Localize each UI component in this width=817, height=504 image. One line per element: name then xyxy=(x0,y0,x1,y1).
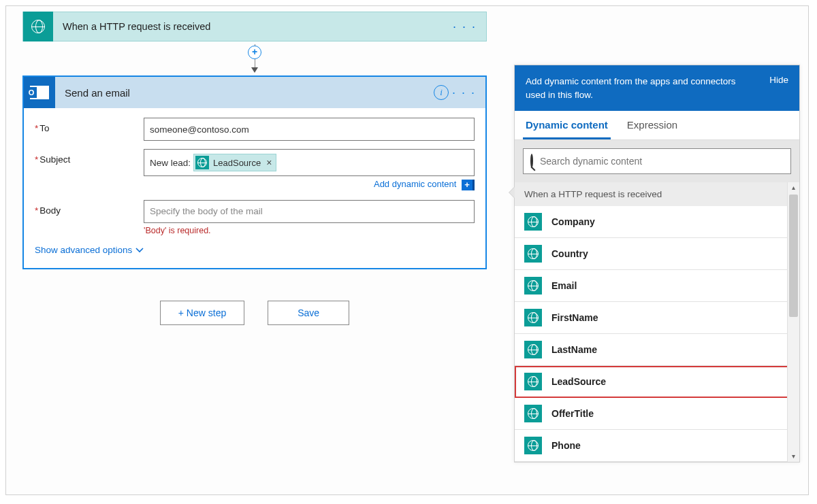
dynamic-item-firstname[interactable]: FirstName xyxy=(515,302,799,334)
globe-icon xyxy=(524,245,542,263)
search-icon xyxy=(530,155,533,167)
dynamic-item-label: FirstName xyxy=(551,312,598,323)
dynamic-tabs: Dynamic content Expression xyxy=(515,111,799,140)
dynamic-item-label: Company xyxy=(551,216,595,227)
globe-icon xyxy=(524,213,542,231)
dynamic-search-input[interactable] xyxy=(540,156,784,167)
action-title: Send an email xyxy=(55,87,130,99)
to-input[interactable]: someone@contoso.com xyxy=(144,118,475,141)
body-placeholder: Specify the body of the mail xyxy=(150,206,263,216)
scroll-down-icon[interactable]: ▾ xyxy=(788,451,799,462)
scroll-thumb[interactable] xyxy=(789,195,798,317)
panel-pointer xyxy=(509,186,515,199)
http-trigger-icon xyxy=(23,12,53,41)
action-header[interactable]: O Send an email i · · · xyxy=(24,77,485,108)
dynamic-token-leadsource[interactable]: LeadSource × xyxy=(193,154,276,171)
globe-icon xyxy=(524,405,542,422)
globe-icon xyxy=(524,309,542,326)
scrollbar[interactable]: ▴ ▾ xyxy=(787,182,799,462)
dynamic-item-label: LastName xyxy=(551,344,597,355)
to-label: To xyxy=(39,123,49,133)
chevron-down-icon xyxy=(135,245,144,254)
tab-expression[interactable]: Expression xyxy=(624,111,680,139)
dynamic-item-label: OfferTitle xyxy=(551,408,594,419)
token-globe-icon xyxy=(195,156,209,169)
action-card-send-email: O Send an email i · · · *To someone@cont… xyxy=(22,75,487,269)
body-input[interactable]: Specify the body of the mail xyxy=(144,200,475,223)
to-value: someone@contoso.com xyxy=(150,124,249,135)
globe-icon xyxy=(524,341,542,358)
dynamic-content-list: CompanyCountryEmailFirstNameLastNameLead… xyxy=(515,206,799,462)
dynamic-item-lastname[interactable]: LastName xyxy=(515,334,799,366)
dynamic-panel-header: Add dynamic content from the apps and co… xyxy=(515,65,799,111)
dynamic-item-company[interactable]: Company xyxy=(515,206,799,238)
outlook-icon: O xyxy=(24,77,55,108)
dynamic-item-email[interactable]: Email xyxy=(515,270,799,302)
add-dynamic-plus-icon[interactable]: + xyxy=(462,180,472,190)
add-dynamic-content-link[interactable]: Add dynamic content xyxy=(374,179,456,189)
globe-icon xyxy=(524,373,542,390)
tab-dynamic-content[interactable]: Dynamic content xyxy=(523,111,611,139)
dynamic-item-offertitle[interactable]: OfferTitle xyxy=(515,398,799,430)
subject-label: Subject xyxy=(39,154,70,165)
new-step-button[interactable]: + New step xyxy=(160,301,244,325)
trigger-more-menu[interactable]: · · · xyxy=(453,20,477,34)
dynamic-item-country[interactable]: Country xyxy=(515,238,799,270)
action-more-menu[interactable]: · · · xyxy=(452,86,476,100)
show-advanced-options-link[interactable]: Show advanced options xyxy=(35,245,144,255)
hide-panel-link[interactable]: Hide xyxy=(769,75,788,85)
dynamic-content-panel: Add dynamic content from the apps and co… xyxy=(514,65,800,463)
connector-arrow: + xyxy=(22,41,487,75)
field-row-to: *To someone@contoso.com xyxy=(35,118,475,141)
subject-input[interactable]: New lead: LeadSource × xyxy=(144,149,475,176)
dynamic-item-label: Email xyxy=(551,280,577,291)
subject-text: New lead: xyxy=(150,158,191,168)
globe-icon xyxy=(524,277,542,295)
trigger-card[interactable]: When a HTTP request is received · · · xyxy=(22,12,487,41)
scroll-up-icon[interactable]: ▴ xyxy=(788,182,799,193)
dynamic-group-title: When a HTTP request is received xyxy=(515,182,799,206)
field-row-body: *Body Specify the body of the mail 'Body… xyxy=(35,200,475,235)
dynamic-item-label: Phone xyxy=(551,440,581,451)
body-label: Body xyxy=(39,205,61,216)
globe-icon xyxy=(524,437,542,454)
trigger-title: When a HTTP request is received xyxy=(53,21,210,32)
info-icon[interactable]: i xyxy=(434,85,449,100)
token-label: LeadSource xyxy=(213,158,261,168)
dynamic-item-label: LeadSource xyxy=(551,376,606,387)
body-error-message: 'Body' is required. xyxy=(144,226,475,235)
dynamic-item-leadsource[interactable]: LeadSource xyxy=(515,366,799,398)
save-button[interactable]: Save xyxy=(268,301,349,325)
field-row-subject: *Subject New lead: LeadSource × Add dyna… xyxy=(35,149,475,197)
token-remove-icon[interactable]: × xyxy=(266,157,272,168)
dynamic-item-phone[interactable]: Phone xyxy=(515,430,799,462)
insert-step-button[interactable]: + xyxy=(248,46,261,59)
dynamic-item-label: Country xyxy=(551,248,588,259)
dynamic-panel-header-text: Add dynamic content from the apps and co… xyxy=(526,75,743,101)
dynamic-search-box[interactable] xyxy=(523,148,791,174)
